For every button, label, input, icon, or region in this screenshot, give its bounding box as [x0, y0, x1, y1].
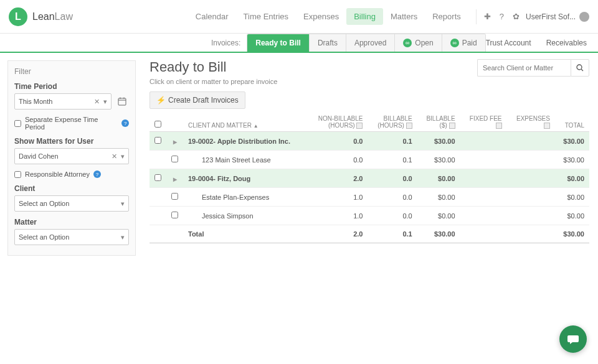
cell: 2.0	[307, 225, 368, 243]
row-checkbox[interactable]	[154, 137, 161, 144]
total-row: Total 2.0 0.1 $30.00 $30.00	[150, 225, 589, 243]
cell: 2.0	[307, 169, 368, 188]
responsible-attorney-label: Responsible Attorney	[25, 170, 90, 178]
clear-icon[interactable]: ✕	[112, 152, 117, 161]
sub-nav: Invoices: Ready to Bill Drafts Approved …	[0, 34, 598, 53]
responsible-attorney-input[interactable]	[14, 171, 21, 178]
separate-expense-checkbox[interactable]: Separate Expense Time Period ?	[14, 116, 129, 131]
cell	[460, 188, 507, 207]
cell: 1.0	[307, 207, 368, 225]
invoice-tabs: Ready to Bill Drafts Approved ∞Open ∞Pai…	[247, 34, 485, 52]
col-total: TOTAL	[555, 113, 589, 132]
nav-expenses[interactable]: Expenses	[296, 8, 346, 25]
col-check-icon[interactable]	[496, 123, 502, 129]
cell: $0.00	[555, 169, 589, 188]
chevron-down-icon: ▾	[103, 98, 107, 106]
cell	[460, 207, 507, 225]
user-select-value: David Cohen	[19, 152, 59, 160]
col-check-icon[interactable]	[356, 123, 363, 129]
row-checkbox[interactable]	[171, 156, 178, 162]
search-icon	[576, 64, 584, 72]
chevron-down-icon: ▾	[121, 152, 125, 161]
page-body: Filter Time Period This Month ✕▾ Separat…	[0, 53, 598, 263]
chevron-right-icon[interactable]: ▶	[173, 139, 177, 145]
cell: 0.0	[307, 132, 368, 151]
col-billable-dollars: BILLABLE($)	[417, 113, 460, 132]
clear-icon[interactable]: ✕	[94, 98, 100, 106]
client-row[interactable]: ▶ 19-0004- Fitz, Doug 2.0 0.0 $0.00 $0.0…	[150, 169, 589, 188]
responsible-attorney-checkbox[interactable]: Responsible Attorney ?	[14, 170, 129, 178]
col-check-icon[interactable]	[406, 123, 412, 129]
matter-name: Jessica Simpson	[188, 212, 254, 220]
top-nav: Calendar Time Entries Expenses Billing M…	[188, 8, 589, 25]
help-icon[interactable]: ?	[121, 119, 129, 127]
chevron-right-icon[interactable]: ▶	[173, 177, 177, 182]
col-check-icon[interactable]	[544, 123, 550, 129]
gear-icon[interactable]: ✿	[513, 12, 520, 21]
cell: $0.00	[555, 207, 589, 225]
cell	[507, 188, 555, 207]
search-button[interactable]	[571, 59, 589, 77]
sidebar: Filter Time Period This Month ✕▾ Separat…	[0, 53, 143, 263]
cell: $30.00	[555, 151, 589, 169]
tab-paid-label: Paid	[462, 39, 477, 47]
search-input[interactable]	[477, 59, 571, 77]
row-checkbox[interactable]	[154, 174, 161, 181]
select-all-checkbox[interactable]	[154, 121, 161, 128]
show-matters-label: Show Matters for User	[14, 137, 129, 146]
matter-label: Matter	[14, 218, 129, 226]
client-row[interactable]: ▶ 19-0002- Apple Distribution Inc. 0.0 0…	[150, 132, 589, 151]
tab-ready-to-bill[interactable]: Ready to Bill	[247, 34, 310, 52]
top-icons: ✚ ? ✿	[484, 12, 520, 21]
user-select[interactable]: David Cohen ✕▾	[14, 148, 129, 164]
cell: $30.00	[417, 151, 460, 169]
link-trust-account[interactable]: Trust Account	[486, 39, 531, 47]
main-header: Ready to Bill Click on client or matter …	[150, 59, 589, 91]
cell: $30.00	[417, 132, 460, 151]
tab-drafts[interactable]: Drafts	[310, 34, 346, 52]
cell: $0.00	[417, 207, 460, 225]
link-icon: ∞	[450, 39, 459, 47]
row-checkbox[interactable]	[171, 212, 178, 218]
help-icon[interactable]: ?	[93, 170, 101, 178]
create-draft-button[interactable]: ⚡ Create Draft Invoices	[150, 91, 245, 109]
calendar-icon[interactable]	[115, 95, 129, 108]
svg-line-5	[581, 69, 583, 71]
page-title: Ready to Bill	[150, 59, 277, 75]
nav-calendar[interactable]: Calendar	[188, 8, 236, 25]
matter-row[interactable]: 123 Main Street Lease 0.0 0.1 $30.00 $30…	[150, 151, 589, 169]
chat-fab[interactable]	[559, 325, 587, 353]
tab-open-label: Open	[415, 39, 433, 47]
cell: 1.0	[307, 188, 368, 207]
help-icon[interactable]: ?	[500, 12, 504, 21]
plus-icon[interactable]: ✚	[484, 12, 491, 21]
client-select[interactable]: Select an Option ▾	[14, 195, 129, 212]
matter-select[interactable]: Select an Option ▾	[14, 229, 129, 245]
top-divider	[476, 9, 477, 24]
tab-open[interactable]: ∞Open	[395, 34, 442, 52]
nav-reports[interactable]: Reports	[425, 8, 468, 25]
col-client[interactable]: CLIENT AND MATTER ▲	[183, 113, 307, 132]
row-checkbox[interactable]	[171, 193, 178, 200]
matter-row[interactable]: Jessica Simpson 1.0 0.0 $0.00 $0.00	[150, 207, 589, 225]
separate-expense-input[interactable]	[14, 120, 21, 127]
svg-rect-0	[118, 98, 126, 105]
nav-billing[interactable]: Billing	[346, 8, 383, 25]
total-label: Total	[183, 225, 307, 243]
cell	[460, 151, 507, 169]
link-receivables[interactable]: Receivables	[546, 39, 587, 47]
cell: 0.1	[368, 225, 417, 243]
chat-icon	[567, 333, 579, 345]
matter-row[interactable]: Estate Plan-Expenses 1.0 0.0 $0.00 $0.00	[150, 188, 589, 207]
nav-matters[interactable]: Matters	[383, 8, 425, 25]
tab-approved[interactable]: Approved	[346, 34, 395, 52]
col-check-icon[interactable]	[449, 123, 455, 129]
nav-time-entries[interactable]: Time Entries	[236, 8, 296, 25]
col-billable-hours: BILLABLE(HOURS)	[368, 113, 417, 132]
user-menu[interactable]: UserFirst Sof...	[526, 12, 589, 22]
cell	[507, 132, 555, 151]
tab-paid[interactable]: ∞Paid	[442, 34, 485, 52]
cell	[507, 151, 555, 169]
col-fixed-fee: FIXED FEE	[460, 113, 507, 132]
time-period-select[interactable]: This Month ✕▾	[14, 93, 112, 110]
